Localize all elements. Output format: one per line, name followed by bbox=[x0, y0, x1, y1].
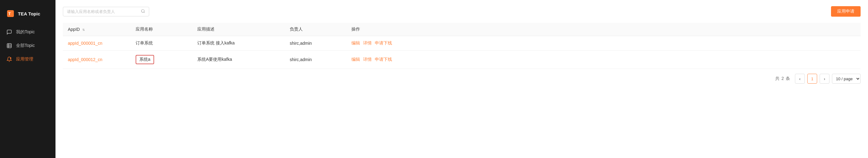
toolbar: 应用申请 bbox=[63, 6, 861, 17]
svg-point-7 bbox=[142, 9, 144, 12]
app-desc-cell: 系统A要使用kafka bbox=[192, 51, 285, 69]
sidebar-item-all-topic[interactable]: 全部Topic bbox=[0, 39, 56, 52]
svg-line-8 bbox=[144, 12, 145, 12]
app-name-highlighted: 系统a bbox=[135, 55, 154, 64]
app-desc-cell: 订单系统 接入kafka bbox=[192, 36, 285, 51]
sidebar-item-label: 全部Topic bbox=[16, 43, 35, 49]
actions-cell: 编辑详情申请下线 bbox=[346, 51, 861, 69]
app-id-link[interactable]: appId_000012_cn bbox=[68, 57, 102, 62]
svg-point-6 bbox=[10, 57, 11, 59]
prev-page-button[interactable]: ‹ bbox=[795, 74, 805, 84]
apply-button[interactable]: 应用申请 bbox=[831, 6, 861, 17]
chat-icon bbox=[6, 29, 12, 35]
owner-cell: shirc,admin bbox=[285, 36, 346, 51]
app-id-link[interactable]: appId_000001_cn bbox=[68, 41, 102, 46]
action-link-编辑[interactable]: 编辑 bbox=[351, 57, 360, 62]
col-appid: AppID ⇅ bbox=[63, 23, 131, 36]
content-area: 应用申请 AppID ⇅ 应用名称 应用描述 bbox=[56, 0, 868, 158]
list-icon bbox=[6, 43, 12, 49]
action-link-详情[interactable]: 详情 bbox=[363, 57, 372, 62]
col-owner: 负责人 bbox=[285, 23, 346, 36]
bell-icon bbox=[6, 56, 12, 62]
page-1-button[interactable]: 1 bbox=[807, 74, 817, 84]
owner-cell: shirc,admin bbox=[285, 51, 346, 69]
sidebar-logo: T TEA Topic bbox=[0, 6, 56, 25]
pagination-total: 共 2 条 bbox=[775, 76, 790, 81]
sort-icon: ⇅ bbox=[82, 28, 85, 31]
action-link-编辑[interactable]: 编辑 bbox=[351, 41, 360, 46]
col-app-desc: 应用描述 bbox=[192, 23, 285, 36]
actions-cell: 编辑详情申请下线 bbox=[346, 36, 861, 51]
app-name-cell: 订单系统 bbox=[131, 36, 192, 51]
sidebar-item-label: 应用管理 bbox=[16, 56, 33, 62]
main-content: 应用申请 AppID ⇅ 应用名称 应用描述 bbox=[56, 0, 868, 158]
logo-text: TEA Topic bbox=[18, 11, 40, 16]
app-table: AppID ⇅ 应用名称 应用描述 负责人 操作 bbox=[63, 23, 861, 69]
search-icon[interactable] bbox=[141, 9, 145, 14]
svg-text:T: T bbox=[8, 11, 11, 16]
svg-rect-2 bbox=[7, 44, 11, 48]
pagination: 共 2 条 ‹ 1 › 10 / page 20 / page 50 / pag… bbox=[63, 69, 861, 84]
next-page-button[interactable]: › bbox=[819, 74, 830, 84]
sidebar-item-app-management[interactable]: 应用管理 bbox=[0, 52, 56, 66]
col-actions: 操作 bbox=[346, 23, 861, 36]
app-name-cell: 系统a bbox=[131, 51, 192, 69]
col-app-name: 应用名称 bbox=[131, 23, 192, 36]
table-container: AppID ⇅ 应用名称 应用描述 负责人 操作 bbox=[63, 23, 861, 69]
search-wrapper bbox=[63, 7, 149, 16]
page-size-select[interactable]: 10 / page 20 / page 50 / page bbox=[832, 74, 861, 84]
logo-icon: T bbox=[6, 9, 15, 18]
sidebar-item-my-topic[interactable]: 我的Topic bbox=[0, 25, 56, 39]
sidebar: T TEA Topic 我的Topic 全部Topic bbox=[0, 0, 56, 158]
action-link-申请下线[interactable]: 申请下线 bbox=[375, 41, 392, 46]
table-row: appId_000001_cn订单系统订单系统 接入kafkashirc,adm… bbox=[63, 36, 861, 51]
action-link-申请下线[interactable]: 申请下线 bbox=[375, 57, 392, 62]
search-input[interactable] bbox=[67, 9, 138, 14]
sidebar-item-label: 我的Topic bbox=[16, 29, 35, 35]
action-link-详情[interactable]: 详情 bbox=[363, 41, 372, 46]
table-row: appId_000012_cn系统a系统A要使用kafkashirc,admin… bbox=[63, 51, 861, 69]
